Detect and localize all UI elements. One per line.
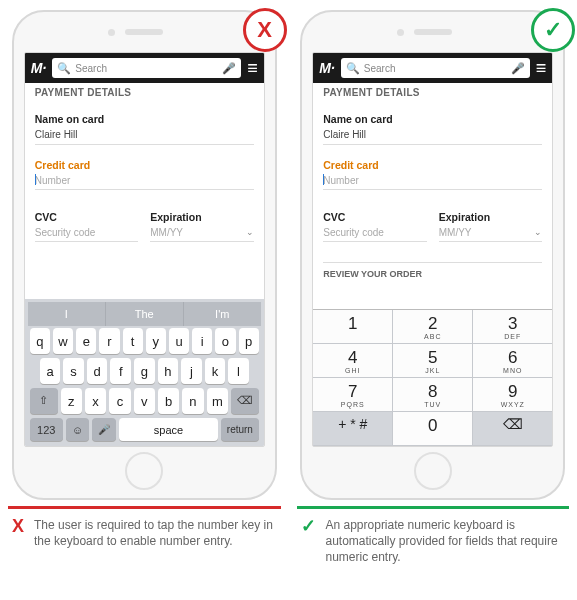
numpad-key[interactable]: 7PQRS [313,378,393,412]
creditcard-input[interactable]: Number [323,171,542,190]
chevron-down-icon: ⌄ [246,227,254,237]
example-good: ✓ M· 🔍 Search 🎤 ≡ PAYMENT DETAILS Name o… [297,10,570,566]
numpad-key[interactable]: 9WXYZ [473,378,552,412]
app-topbar: M· 🔍 Search 🎤 ≡ [313,53,552,83]
key[interactable]: a [40,358,61,384]
numpad-key[interactable]: 1 [313,310,393,344]
key[interactable]: g [134,358,155,384]
mic-key[interactable]: 🎤 [92,418,116,441]
home-button[interactable] [414,452,452,490]
section-header: PAYMENT DETAILS [323,86,542,104]
search-placeholder: Search [75,63,107,74]
key[interactable]: c [109,388,130,414]
example-bad: X M· 🔍 Search 🎤 ≡ PAYMENT DETAILS Name o… [8,10,281,566]
name-label: Name on card [323,113,542,125]
key[interactable]: p [239,328,259,354]
search-icon: 🔍 [57,62,71,75]
key[interactable]: r [99,328,119,354]
home-button[interactable] [125,452,163,490]
badge-bad: X [243,8,287,52]
app-topbar: M· 🔍 Search 🎤 ≡ [25,53,264,83]
cvc-input[interactable]: Security code [35,223,139,242]
key[interactable]: t [123,328,143,354]
key[interactable]: w [53,328,73,354]
app-logo: M· [31,60,47,76]
numbers-key[interactable]: 123 [30,418,63,441]
key[interactable]: i [192,328,212,354]
menu-icon[interactable]: ≡ [247,59,258,77]
payment-form: PAYMENT DETAILS Name on card Claire Hill… [25,83,264,299]
expiration-input[interactable]: MM/YY ⌄ [439,223,543,242]
cvc-input[interactable]: Security code [323,223,427,242]
caption-bad: X The user is required to tap the number… [8,509,281,549]
backspace-key[interactable]: ⌫ [473,412,552,446]
screen-right: M· 🔍 Search 🎤 ≡ PAYMENT DETAILS Name on … [312,52,553,447]
return-key[interactable]: return [221,418,259,441]
numeric-keyboard: 12ABC3DEF4GHI5JKL6MNO7PQRS8TUV9WXYZ + * … [313,309,552,446]
key[interactable]: s [63,358,84,384]
creditcard-input[interactable]: Number [35,171,254,190]
name-label: Name on card [35,113,254,125]
search-icon: 🔍 [346,62,360,75]
suggestion[interactable]: I'm [184,302,261,326]
mic-icon[interactable]: 🎤 [222,62,236,75]
key[interactable]: x [85,388,106,414]
numpad-key[interactable]: 3DEF [473,310,552,344]
key[interactable]: b [158,388,179,414]
numpad-key[interactable]: 6MNO [473,344,552,378]
search-input[interactable]: 🔍 Search 🎤 [341,58,530,78]
space-key[interactable]: space [119,418,218,441]
key[interactable]: h [158,358,179,384]
key[interactable]: u [169,328,189,354]
suggestion[interactable]: I [28,302,106,326]
numpad-key[interactable]: 5JKL [393,344,473,378]
zero-key[interactable]: 0 [393,412,473,446]
name-value[interactable]: Claire Hill [323,125,542,145]
key[interactable]: y [146,328,166,354]
x-icon: X [12,517,24,535]
key[interactable]: z [61,388,82,414]
search-input[interactable]: 🔍 Search 🎤 [52,58,241,78]
numpad-row-bottom: + * # 0 ⌫ [313,412,552,446]
creditcard-label: Credit card [323,159,542,171]
key-row-3: ⇧ z x c v b n m ⌫ [28,386,261,416]
phone-frame-right: M· 🔍 Search 🎤 ≡ PAYMENT DETAILS Name on … [300,10,565,500]
key[interactable]: e [76,328,96,354]
screen-left: M· 🔍 Search 🎤 ≡ PAYMENT DETAILS Name on … [24,52,265,447]
symbols-key[interactable]: + * # [313,412,393,446]
check-icon: ✓ [301,517,316,535]
creditcard-placeholder: Number [35,175,71,186]
mic-icon[interactable]: 🎤 [511,62,525,75]
numpad-key[interactable]: 2ABC [393,310,473,344]
key[interactable]: m [207,388,228,414]
numpad-key[interactable]: 4GHI [313,344,393,378]
suggestion-bar: I The I'm [28,302,261,326]
text-cursor [323,174,324,185]
payment-form: PAYMENT DETAILS Name on card Claire Hill… [313,83,552,309]
backspace-key[interactable]: ⌫ [231,388,259,414]
numpad-row: 4GHI5JKL6MNO [313,344,552,378]
text-cursor [35,174,36,185]
creditcard-placeholder: Number [323,175,359,186]
key[interactable]: q [30,328,50,354]
key[interactable]: k [205,358,226,384]
key[interactable]: d [87,358,108,384]
menu-icon[interactable]: ≡ [536,59,547,77]
numpad-key[interactable]: 8TUV [393,378,473,412]
phone-frame-left: M· 🔍 Search 🎤 ≡ PAYMENT DETAILS Name on … [12,10,277,500]
key[interactable]: f [110,358,131,384]
speaker-slot [125,29,163,35]
shift-key[interactable]: ⇧ [30,388,58,414]
key-row-2: asdfghjkl [28,356,261,386]
emoji-key[interactable]: ☺ [66,418,90,441]
suggestion[interactable]: The [106,302,184,326]
section-header: PAYMENT DETAILS [35,86,254,104]
caption-good: ✓ An appropriate numeric keyboard is aut… [297,509,570,566]
name-value[interactable]: Claire Hill [35,125,254,145]
key[interactable]: o [215,328,235,354]
key[interactable]: l [228,358,249,384]
key[interactable]: n [182,388,203,414]
key[interactable]: v [134,388,155,414]
expiration-input[interactable]: MM/YY ⌄ [150,223,254,242]
key[interactable]: j [181,358,202,384]
